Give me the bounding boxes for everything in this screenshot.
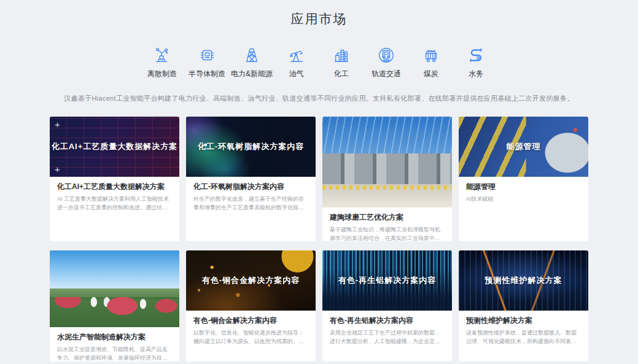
card-copper-alloy[interactable]: 有色-铜合金解决方案内容 有色-铜合金解决方案内容 以数字化、信息化、智能化逐步… [186, 250, 316, 362]
category-power-energy[interactable]: 电力&新能源 [235, 46, 269, 79]
card-recycled-aluminum[interactable]: 有色-再生铝解决方案内容 有色-再生铝解决方案内容 采用企业稳定工艺下生产过程中… [322, 250, 452, 362]
card-description: 采用企业稳定工艺下生产过程中积累的数据，进行大数据分析、人工智能建模，为企业定制… [330, 328, 445, 346]
card-title: 有色-铜合金解决方案内容 [193, 316, 308, 326]
train-icon [377, 46, 395, 64]
category-chemical[interactable]: 化工 [324, 46, 359, 79]
card-image: 化工-环氧树脂解决方案内容 [186, 117, 316, 177]
card-image-title: 化工-环氧树脂解决方案内容 [186, 141, 316, 152]
category-oil-gas[interactable]: 油气 [279, 46, 314, 79]
category-rail-transit[interactable]: 轨道交通 [369, 46, 403, 79]
card-image-title: 化工AI+工艺质量大数据解决方案 [50, 141, 179, 152]
card-image [50, 250, 179, 327]
card-image-title: 预测性维护解决方案 [459, 275, 588, 286]
card-image-title: 有色-再生铝解决方案内容 [322, 275, 452, 286]
card-image-title: 有色-铜合金解决方案内容 [186, 275, 316, 286]
category-label: 水务 [469, 69, 483, 79]
card-ceramic-ball-mill[interactable]: 建陶球磨工艺优化方案 基于建陶工业知识，将建陶工业机理模型与机器学习的算法相结合… [322, 117, 452, 241]
card-title: 能源管理 [466, 182, 581, 192]
category-row: 离散制造 半导体制造 电力&新能源 油气 化工 轨道交通 煤炭 [0, 46, 638, 79]
category-water[interactable]: 水务 [459, 46, 493, 79]
card-image: 化工AI+工艺质量大数据解决方案 [50, 117, 179, 177]
card-description: AI技术赋能 [466, 195, 581, 203]
card-description: AI 工艺质量大数据解决方案利用人工智能技术进一步提升工艺质量的控制和改进。通过… [57, 195, 172, 212]
page-title: 应用市场 [0, 0, 638, 28]
chip-icon [198, 46, 216, 64]
card-description: 以数字化、信息化、智能化逐步推进为指导；横向建立以订单为源头、以批控为线索的、从… [193, 328, 308, 346]
robot-arm-icon [153, 46, 171, 64]
card-description: 以水泥工业提质增效、节能降耗、提高产品竞争力、保护资源和环境、发展循环经济为目标… [57, 345, 172, 362]
card-image-title: 能源管理 [459, 141, 588, 152]
category-discrete-manufacturing[interactable]: 离散制造 [145, 46, 179, 79]
solution-card-grid: 化工AI+工艺质量大数据解决方案 化工AI+工艺质量大数据解决方案 AI 工艺质… [50, 117, 588, 362]
card-title: 化工AI+工艺质量大数据解决方案 [57, 182, 172, 192]
category-label: 化工 [334, 69, 349, 79]
card-title: 有色-再生铝解决方案内容 [330, 316, 445, 326]
category-label: 离散制造 [147, 69, 177, 79]
category-label: 油气 [289, 69, 304, 79]
oil-pump-icon [287, 46, 306, 64]
card-cement-smart-manufacturing[interactable]: 水泥生产智能制造解决方案 以水泥工业提质增效、节能降耗、提高产品竞争力、保护资源… [50, 250, 179, 362]
coal-cart-icon [422, 46, 440, 64]
card-image [322, 117, 452, 207]
card-image: 能源管理 [459, 117, 588, 177]
card-chemical-ai-quality[interactable]: 化工AI+工艺质量大数据解决方案 化工AI+工艺质量大数据解决方案 AI 工艺质… [50, 117, 179, 241]
card-image: 有色-铜合金解决方案内容 [186, 250, 316, 311]
card-title: 化工-环氧树脂解决方案内容 [193, 182, 308, 192]
category-label: 煤炭 [424, 69, 438, 79]
power-tower-icon [243, 46, 261, 64]
card-title: 预测性维护解决方案 [466, 316, 581, 326]
category-semiconductor[interactable]: 半导体制造 [190, 46, 224, 79]
chemical-plant-icon [332, 46, 351, 64]
category-coal[interactable]: 煤炭 [414, 46, 448, 79]
card-description: 对生产的数字化改造，建立基于生产经验的存量和增量的生产工艺质量及能耗的数字化指标… [193, 195, 308, 212]
card-epoxy-resin[interactable]: 化工-环氧树脂解决方案内容 化工-环氧树脂解决方案内容 对生产的数字化改造，建立… [186, 117, 316, 241]
card-image: 预测性维护解决方案 [459, 250, 588, 311]
category-label: 半导体制造 [189, 69, 225, 79]
card-energy-management[interactable]: 能源管理 能源管理 AI技术赋能 [459, 117, 588, 241]
category-label: 轨道交通 [372, 69, 401, 79]
card-image: 有色-再生铝解决方案内容 [322, 250, 452, 311]
section-intro: 汉鑫基于Hiacent工业智能平台构建了电力行业、高端制造、油气行业、轨道交通等… [0, 94, 638, 103]
water-pipe-icon [467, 46, 485, 64]
card-predictive-maintenance[interactable]: 预测性维护解决方案 预测性维护解决方案 设备预测性维护系统，是通过数据接入、数据… [459, 250, 588, 362]
category-label: 电力&新能源 [231, 69, 273, 79]
card-description: 基于建陶工业知识，将建陶工业机理模型与机器学习的算法相结合，在真实的工业场景中，… [330, 225, 445, 241]
card-description: 设备预测性维护系统，是通过数据接入、数据治理、可视化建模技术，所构建面向不同装备… [466, 328, 581, 346]
card-title: 建陶球磨工艺优化方案 [330, 212, 445, 223]
card-title: 水泥生产智能制造解决方案 [57, 332, 172, 343]
